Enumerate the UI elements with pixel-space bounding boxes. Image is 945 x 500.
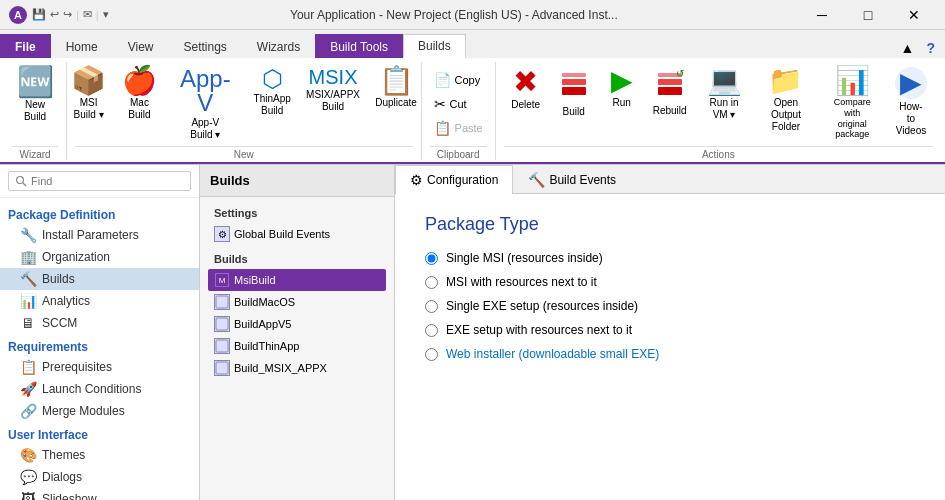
sidebar-item-slideshow[interactable]: 🖼 Slideshow: [0, 488, 199, 500]
redo-icon[interactable]: ↪: [63, 8, 72, 21]
radio-web-installer[interactable]: [425, 348, 438, 361]
buildmsixappx-item[interactable]: Build_MSIX_APPX: [208, 357, 386, 379]
mac-build-button[interactable]: 🍎 Mac Build: [116, 62, 163, 126]
tab-buildtools[interactable]: Build Tools: [315, 34, 403, 58]
buildthinapp-item[interactable]: BuildThinApp: [208, 335, 386, 357]
option-msi-next[interactable]: MSI with resources next to it: [425, 275, 915, 289]
msi-build-button[interactable]: 📦 MSI Build ▾: [65, 62, 112, 126]
copy-button[interactable]: 📄 Copy: [427, 69, 488, 91]
email-icon[interactable]: ✉: [83, 8, 92, 21]
sidebar-item-launch-conditions[interactable]: 🚀 Launch Conditions: [0, 378, 199, 400]
section-package-definition: Package Definition: [0, 202, 199, 224]
label-msi-next: MSI with resources next to it: [446, 275, 597, 289]
run-button[interactable]: ▶ Run: [600, 62, 644, 114]
rebuild-label: Rebuild: [653, 105, 687, 117]
radio-single-msi[interactable]: [425, 252, 438, 265]
cut-button[interactable]: ✂ Cut: [427, 93, 474, 115]
open-output-folder-button[interactable]: 📁 Open Output Folder: [756, 62, 815, 138]
sidebar-item-prerequisites[interactable]: 📋 Prerequisites: [0, 356, 199, 378]
buildappv5-item[interactable]: BuildAppV5: [208, 313, 386, 335]
duplicate-button[interactable]: 📋 Duplicate: [369, 62, 422, 114]
build-events-tab-icon: 🔨: [528, 172, 545, 188]
radio-msi-next[interactable]: [425, 276, 438, 289]
sidebar-item-themes[interactable]: 🎨 Themes: [0, 444, 199, 466]
package-type-title: Package Type: [425, 214, 915, 235]
rebuild-button[interactable]: ↺ Rebuild: [648, 62, 692, 122]
tab-file[interactable]: File: [0, 34, 51, 58]
help-icon[interactable]: ?: [920, 38, 941, 58]
sidebar-item-dialogs[interactable]: 💬 Dialogs: [0, 466, 199, 488]
thinapp-button[interactable]: ⬡ ThinApp Build: [248, 62, 297, 122]
tab-build-events[interactable]: 🔨 Build Events: [513, 165, 631, 194]
how-to-label: How-to Videos: [896, 101, 926, 137]
msibuild-item[interactable]: M MsiBuild: [208, 269, 386, 291]
compare-label: Compare with original package: [826, 97, 878, 140]
radio-single-exe[interactable]: [425, 300, 438, 313]
option-single-exe[interactable]: Single EXE setup (resources inside): [425, 299, 915, 313]
sidebar: Package Definition 🔧 Install Parameters …: [0, 165, 200, 500]
sidebar-item-analytics[interactable]: 📊 Analytics: [0, 290, 199, 312]
tab-wizards[interactable]: Wizards: [242, 34, 315, 58]
msix-button[interactable]: MSIX MSIX/APPX Build: [301, 62, 366, 118]
undo-icon[interactable]: ↩: [50, 8, 59, 21]
search-input[interactable]: [8, 171, 191, 191]
option-exe-next[interactable]: EXE setup with resources next to it: [425, 323, 915, 337]
appv-build-button[interactable]: App-V App-V Build ▾: [167, 62, 244, 146]
global-build-events-item[interactable]: ⚙ Global Build Events: [208, 223, 386, 245]
minimize-button[interactable]: ─: [799, 0, 845, 30]
close-button[interactable]: ✕: [891, 0, 937, 30]
run-in-vm-button[interactable]: 💻 Run in VM ▾: [696, 62, 753, 126]
label-exe-next: EXE setup with resources next to it: [446, 323, 632, 337]
sidebar-item-sccm[interactable]: 🖥 SCCM: [0, 312, 199, 334]
paste-icon: 📋: [434, 120, 451, 136]
right-panel: ⚙ Configuration 🔨 Build Events Package T…: [395, 165, 945, 500]
label-web-installer: Web installer (downloadable small EXE): [446, 347, 659, 361]
buildmsixappx-icon: [214, 360, 230, 376]
sccm-icon: 🖥: [20, 315, 36, 331]
tab-configuration[interactable]: ⚙ Configuration: [395, 165, 513, 194]
tab-settings[interactable]: Settings: [168, 34, 241, 58]
paste-button[interactable]: 📋 Paste: [427, 117, 490, 139]
mac-build-label: Mac Build: [128, 97, 150, 121]
maximize-button[interactable]: □: [845, 0, 891, 30]
paste-label: Paste: [455, 122, 483, 134]
save-icon[interactable]: 💾: [32, 8, 46, 21]
sidebar-item-builds[interactable]: 🔨 Builds: [0, 268, 199, 290]
how-to-videos-button[interactable]: ▶ How-to Videos: [889, 62, 933, 142]
svg-rect-4: [562, 73, 586, 77]
search-box: [0, 165, 199, 198]
duplicate-label: Duplicate: [375, 97, 417, 109]
buildmacos-item[interactable]: BuildMacOS: [208, 291, 386, 313]
option-web-installer[interactable]: Web installer (downloadable small EXE): [425, 347, 915, 361]
tab-view[interactable]: View: [113, 34, 169, 58]
sidebar-item-merge-modules[interactable]: 🔗 Merge Modules: [0, 400, 199, 422]
radio-exe-next[interactable]: [425, 324, 438, 337]
collapse-ribbon-icon[interactable]: ▲: [895, 38, 921, 58]
builds-icon: 🔨: [20, 271, 36, 287]
build-button[interactable]: Build: [552, 62, 596, 123]
ribbon-group-clipboard: 📄 Copy ✂ Cut 📋 Paste Clipboard: [422, 62, 496, 160]
run-label: Run: [612, 97, 630, 109]
compare-icon: 📊: [835, 67, 870, 95]
main-layout: Package Definition 🔧 Install Parameters …: [0, 165, 945, 500]
option-single-msi[interactable]: Single MSI (resources inside): [425, 251, 915, 265]
sidebar-item-install-params[interactable]: 🔧 Install Parameters: [0, 224, 199, 246]
msix-icon: MSIX: [309, 67, 358, 87]
center-panel: Builds Settings ⚙ Global Build Events Bu…: [200, 165, 395, 500]
tab-builds[interactable]: Builds: [403, 34, 466, 58]
config-tab-icon: ⚙: [410, 172, 423, 188]
msix-label: MSIX/APPX Build: [306, 89, 360, 113]
duplicate-icon: 📋: [379, 67, 414, 95]
buildthinapp-icon: [214, 338, 230, 354]
new-build-button[interactable]: 🆕 New Build: [10, 62, 61, 128]
svg-text:↺: ↺: [676, 68, 684, 79]
build-label: Build: [563, 106, 585, 118]
ribbon-tab-bar: File Home View Settings Wizards Build To…: [0, 30, 945, 58]
separator2: |: [96, 9, 99, 21]
svg-rect-2: [562, 87, 586, 95]
tab-home[interactable]: Home: [51, 34, 113, 58]
copy-icon: 📄: [434, 72, 451, 88]
delete-button[interactable]: ✖ Delete: [504, 62, 548, 116]
sidebar-item-organization[interactable]: 🏢 Organization: [0, 246, 199, 268]
compare-original-button[interactable]: 📊 Compare with original package: [819, 62, 885, 145]
